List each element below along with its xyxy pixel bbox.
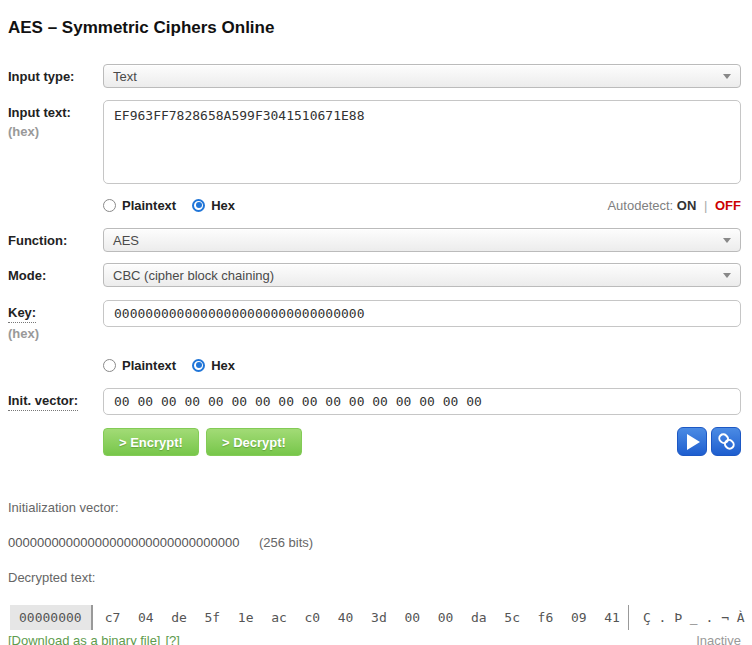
input-format-row: Plaintext Hex Autodetect: ON | OFF <box>8 196 741 214</box>
input-text-hex-sublabel: (hex) <box>8 124 103 140</box>
download-binary-link[interactable]: [Download as a binary file] <box>8 633 160 645</box>
footer-row: [Download as a binary file] [?] Inactive <box>8 633 741 645</box>
hexdump-ascii: Ç . Þ _ . ¬ À @ = . . Ú \ ö . A <box>628 605 752 630</box>
input-type-selected-value: Text <box>113 69 137 84</box>
hexdump-bytes: c7 04 de 5f 1e ac c0 40 3d 00 00 da 5c f… <box>93 605 620 630</box>
key-format-plaintext-radio[interactable]: Plaintext <box>103 358 176 373</box>
radio-checked-icon[interactable] <box>192 359 205 372</box>
iv-output-line: 00000000000000000000000000000000 (256 bi… <box>8 535 741 550</box>
function-select[interactable]: AES <box>103 228 741 252</box>
function-selected-value: AES <box>113 233 139 248</box>
init-vector-input[interactable] <box>103 388 741 415</box>
key-hex-sublabel: (hex) <box>8 326 103 342</box>
encrypt-button[interactable]: > Encrypt! <box>103 428 199 456</box>
iv-output-value: 00000000000000000000000000000000 <box>8 535 239 550</box>
plaintext-radio-label[interactable]: Plaintext <box>122 198 176 213</box>
autodetect-divider: | <box>704 198 707 213</box>
run-button[interactable] <box>677 427 707 456</box>
function-label: Function: <box>8 228 103 249</box>
input-text-label: Input text: <box>8 105 103 121</box>
init-vector-row: Init. vector: <box>8 388 741 415</box>
key-row: Key: (hex) <box>8 300 741 342</box>
plaintext-radio-label[interactable]: Plaintext <box>122 358 176 373</box>
init-vector-label: Init. vector: <box>8 393 78 411</box>
autodetect-on-toggle[interactable]: ON <box>677 198 697 213</box>
autodetect-off-toggle[interactable]: OFF <box>715 198 741 213</box>
help-link[interactable]: [?] <box>165 633 179 645</box>
key-format-row: Plaintext Hex <box>8 356 741 374</box>
autodetect-control: Autodetect: ON | OFF <box>607 198 741 213</box>
input-format-plaintext-radio[interactable]: Plaintext <box>103 198 176 213</box>
input-format-hex-radio[interactable]: Hex <box>192 198 235 213</box>
iv-output-bits: (256 bits) <box>259 535 313 550</box>
function-row: Function: AES <box>8 228 741 252</box>
radio-unchecked-icon[interactable] <box>103 359 116 372</box>
hex-radio-label[interactable]: Hex <box>211 198 235 213</box>
radio-unchecked-icon[interactable] <box>103 199 116 212</box>
hex-radio-label[interactable]: Hex <box>211 358 235 373</box>
hexdump-offset: 00000000 <box>10 605 93 630</box>
link-icon <box>717 432 736 451</box>
mode-select[interactable]: CBC (cipher block chaining) <box>103 263 741 287</box>
decrypted-text-heading: Decrypted text: <box>8 570 741 585</box>
chevron-down-icon <box>723 273 731 278</box>
play-icon <box>687 434 700 450</box>
iv-output-heading: Initialization vector: <box>8 500 741 515</box>
key-label: Key: <box>8 305 36 323</box>
key-format-hex-radio[interactable]: Hex <box>192 358 235 373</box>
input-type-row: Input type: Text <box>8 64 741 88</box>
radio-checked-icon[interactable] <box>192 199 205 212</box>
chevron-down-icon <box>723 74 731 79</box>
chevron-down-icon <box>723 238 731 243</box>
mode-selected-value: CBC (cipher block chaining) <box>113 268 274 283</box>
mode-row: Mode: CBC (cipher block chaining) <box>8 263 741 287</box>
permalink-button[interactable] <box>711 427 741 456</box>
status-text: Inactive <box>696 633 741 645</box>
input-type-label: Input type: <box>8 64 103 85</box>
input-text-area[interactable]: EF963FF7828658A599F3041510671E88 <box>103 100 741 184</box>
aes-tool-page: AES – Symmetric Ciphers Online Input typ… <box>0 0 752 645</box>
actions-row: > Encrypt! > Decrypt! <box>8 427 741 456</box>
input-type-select[interactable]: Text <box>103 64 741 88</box>
mode-label: Mode: <box>8 263 103 284</box>
autodetect-label: Autodetect: <box>607 198 673 213</box>
page-title: AES – Symmetric Ciphers Online <box>8 18 741 38</box>
input-text-row: Input text: (hex) EF963FF7828658A599F304… <box>8 100 741 188</box>
key-input[interactable] <box>103 300 741 327</box>
decrypt-button[interactable]: > Decrypt! <box>206 428 302 456</box>
hexdump-row: 00000000 c7 04 de 5f 1e ac c0 40 3d 00 0… <box>10 605 741 630</box>
